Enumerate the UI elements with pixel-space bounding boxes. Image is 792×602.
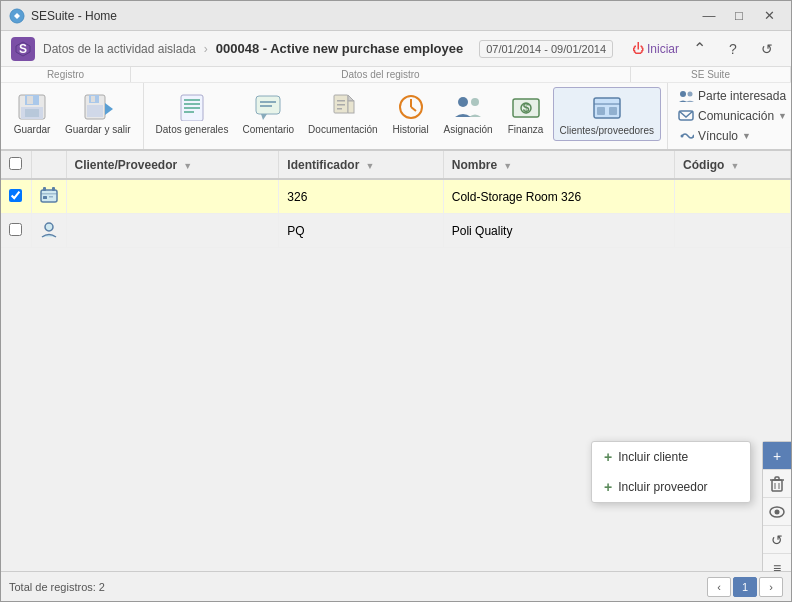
finanza-btn[interactable]: $ Finanza: [501, 87, 551, 139]
guardar-salir-icon: [82, 91, 114, 123]
header-codigo[interactable]: Código ▼: [675, 151, 791, 179]
svg-rect-5: [27, 96, 33, 104]
datos-generales-btn[interactable]: Datos generales: [150, 87, 235, 139]
prev-page-btn[interactable]: ‹: [707, 577, 731, 597]
svg-rect-60: [41, 193, 57, 195]
customer-icon: [40, 186, 58, 204]
eye-icon: [769, 506, 785, 518]
incluir-proveedor-item[interactable]: + Incluir proveedor: [592, 472, 750, 502]
sort-identificador-icon: ▼: [365, 161, 374, 171]
comentario-btn[interactable]: Comentario: [236, 87, 300, 139]
svg-point-30: [458, 97, 468, 107]
header-checkbox[interactable]: [1, 151, 31, 179]
select-all-checkbox[interactable]: [9, 157, 22, 170]
app-icon: [9, 8, 25, 24]
svg-rect-62: [49, 196, 53, 198]
main-window: SESuite - Home — □ ✕ S Datos de la activ…: [0, 0, 792, 602]
svg-marker-19: [261, 114, 267, 120]
current-page-btn[interactable]: 1: [733, 577, 757, 597]
next-page-btn[interactable]: ›: [759, 577, 783, 597]
svg-rect-26: [337, 108, 342, 110]
right-refresh-btn[interactable]: ↺: [763, 526, 791, 554]
guardar-icon: [16, 91, 48, 123]
historial-btn[interactable]: Historial: [386, 87, 436, 139]
row1-cliente-proveedor: [66, 179, 279, 214]
svg-point-42: [681, 135, 684, 138]
title-bar: SESuite - Home — □ ✕: [1, 1, 791, 31]
help-btn[interactable]: ?: [719, 39, 747, 59]
finanza-icon: $: [510, 91, 542, 123]
section-label-sesuite: SE Suite: [631, 67, 791, 82]
status-bar: Total de registros: 2 ‹ 1 ›: [1, 571, 791, 601]
sesuite-items: Parte interesada ▼ Comunicación ▼: [674, 87, 792, 145]
historial-icon: [395, 91, 427, 123]
comunicacion-item[interactable]: Comunicación ▼: [674, 107, 792, 125]
breadcrumb-parent[interactable]: Datos de la actividad aislada: [43, 42, 196, 56]
svg-rect-7: [25, 109, 39, 117]
parte-interesada-item[interactable]: Parte interesada ▼: [674, 87, 792, 105]
power-btn[interactable]: ⏻ Iniciar: [632, 42, 679, 56]
window-title: SESuite - Home: [31, 9, 689, 23]
toolbar-labels: Registro Datos del registro SE Suite: [1, 67, 791, 83]
clientes-proveedores-btn[interactable]: Clientes/proveedores: [553, 87, 662, 141]
header-nombre[interactable]: Nombre ▼: [443, 151, 674, 179]
table-row[interactable]: PQ Poli Quality: [1, 214, 791, 248]
close-btn[interactable]: ✕: [755, 6, 783, 26]
row2-checkbox[interactable]: [9, 223, 22, 236]
documentacion-label: Documentación: [308, 124, 377, 135]
toolbar: Registro Datos del registro SE Suite: [1, 67, 791, 151]
asignacion-label: Asignación: [444, 124, 493, 135]
window-controls: — □ ✕: [695, 6, 783, 26]
trash-icon: [770, 476, 784, 492]
row2-checkbox-cell[interactable]: [1, 214, 31, 248]
right-toolbar: + ↺ ≡: [762, 441, 791, 571]
historial-label: Historial: [393, 124, 429, 135]
header-cliente-proveedor[interactable]: Cliente/Proveedor ▼: [66, 151, 279, 179]
supplier-icon: [40, 220, 58, 238]
section-label-registro: Registro: [1, 67, 131, 82]
svg-point-40: [688, 92, 693, 97]
guardar-btn[interactable]: Guardar: [7, 87, 57, 139]
svg-rect-16: [184, 107, 200, 109]
row1-checkbox-cell[interactable]: [1, 179, 31, 214]
guardar-salir-label: Guardar y salir: [65, 124, 131, 135]
vinculo-item[interactable]: Vínculo ▼: [674, 127, 792, 145]
right-menu-btn[interactable]: ≡: [763, 554, 791, 571]
row2-nombre: Poli Quality: [443, 214, 674, 248]
guardar-salir-btn[interactable]: Guardar y salir: [59, 87, 137, 139]
minimize-btn[interactable]: —: [695, 6, 723, 26]
right-delete-btn[interactable]: [763, 470, 791, 498]
incluir-cliente-icon: +: [604, 449, 612, 465]
toolbar-buttons: Guardar Guardar y salir: [1, 83, 791, 149]
table-container: Cliente/Proveedor ▼ Identificador ▼ Nomb…: [1, 151, 791, 571]
vinculo-icon: [678, 129, 694, 143]
row1-checkbox[interactable]: [9, 189, 22, 202]
right-view-btn[interactable]: [763, 498, 791, 526]
svg-point-72: [775, 509, 780, 514]
svg-point-65: [45, 223, 53, 231]
clientes-proveedores-icon: [591, 92, 623, 124]
documentacion-btn[interactable]: Documentación: [302, 87, 383, 139]
start-label: Iniciar: [647, 42, 679, 56]
asignacion-btn[interactable]: Asignación: [438, 87, 499, 139]
row2-codigo: [675, 214, 791, 248]
header-identificador[interactable]: Identificador ▼: [279, 151, 443, 179]
svg-point-39: [680, 91, 686, 97]
incluir-cliente-label: Incluir cliente: [618, 450, 688, 464]
svg-marker-12: [105, 103, 113, 115]
breadcrumb-actions: ⏻ Iniciar ⌃ ? ↺: [632, 39, 781, 59]
maximize-btn[interactable]: □: [725, 6, 753, 26]
clients-providers-table: Cliente/Proveedor ▼ Identificador ▼ Nomb…: [1, 151, 791, 248]
context-menu: + Incluir cliente + Incluir proveedor: [591, 441, 751, 503]
incluir-cliente-item[interactable]: + Incluir cliente: [592, 442, 750, 472]
row1-icon-cell: [31, 179, 66, 214]
table-row[interactable]: 326 Cold-Storage Room 326: [1, 179, 791, 214]
breadcrumb-current: 000048 - Active new purchase employee: [216, 41, 463, 56]
nav-up-btn[interactable]: ⌃: [685, 39, 713, 59]
right-add-btn[interactable]: +: [763, 442, 791, 470]
comentario-label: Comentario: [242, 124, 294, 135]
row1-identificador: 326: [279, 179, 443, 214]
refresh-header-btn[interactable]: ↺: [753, 39, 781, 59]
clientes-proveedores-label: Clientes/proveedores: [560, 125, 655, 136]
toolbar-sesuite: Parte interesada ▼ Comunicación ▼: [668, 83, 792, 149]
